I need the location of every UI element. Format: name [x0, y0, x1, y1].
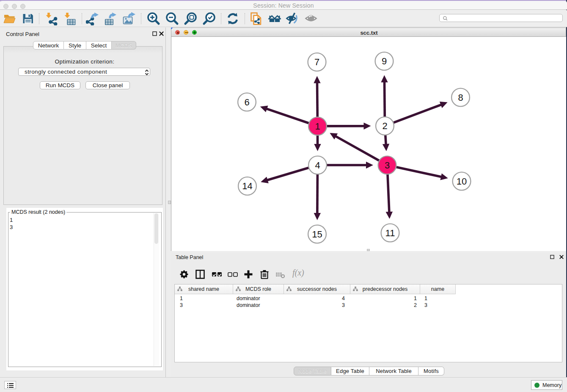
svg-text:9: 9: [382, 56, 387, 66]
svg-text:1: 1: [315, 121, 320, 132]
svg-text:10: 10: [457, 176, 467, 187]
svg-text:14: 14: [242, 181, 252, 191]
svg-text:4: 4: [315, 160, 320, 171]
svg-text:2: 2: [382, 121, 387, 131]
svg-text:7: 7: [314, 57, 319, 67]
svg-text:6: 6: [244, 97, 249, 108]
svg-text:15: 15: [312, 229, 322, 240]
svg-text:3: 3: [385, 160, 390, 171]
svg-text:11: 11: [385, 228, 395, 238]
svg-text:8: 8: [458, 92, 463, 103]
